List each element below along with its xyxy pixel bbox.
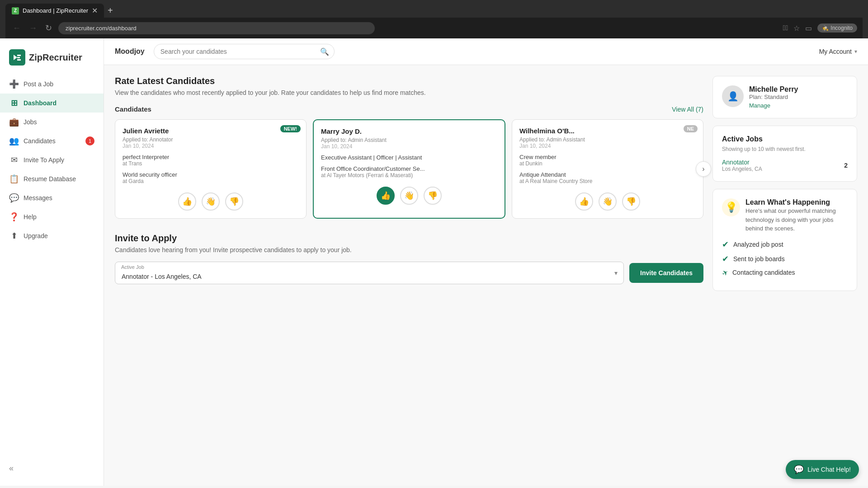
job-count: 2 xyxy=(844,162,848,169)
sidebar-item-candidates[interactable]: 👥 Candidates 1 xyxy=(0,131,104,150)
back-button[interactable]: ← xyxy=(11,22,23,35)
candidates-icon: 👥 xyxy=(9,136,19,146)
refresh-button[interactable]: ↻ xyxy=(43,21,54,35)
jobs-icon: 💼 xyxy=(9,117,19,127)
eye-slash-icon[interactable]: 👁̸ xyxy=(783,24,788,32)
sidebar-item-dashboard[interactable]: ⊞ Dashboard xyxy=(0,94,104,113)
rate-candidates-subtitle: View the candidates who most recently ap… xyxy=(115,89,703,96)
logo-svg xyxy=(12,52,23,63)
incognito-label: Incognito xyxy=(830,25,853,31)
like-button-1[interactable]: 👍 xyxy=(377,187,395,205)
candidate-name-2: Wilhelmina O'B... xyxy=(519,127,696,135)
dislike-button-1[interactable]: 👎 xyxy=(424,187,442,205)
job-location: Los Angeles, CA xyxy=(722,166,762,172)
job-info: Annotator Los Angeles, CA xyxy=(722,159,762,172)
star-icon[interactable]: ☆ xyxy=(793,24,800,33)
resume-icon: 📋 xyxy=(9,174,19,184)
candidates-header: Candidates View All (7) xyxy=(115,105,703,113)
maybe-button-0[interactable]: 👋 xyxy=(202,192,220,211)
my-account-button[interactable]: My Account ▾ xyxy=(819,48,857,55)
learn-item-2: ✈ Contacting candidates xyxy=(722,268,848,277)
search-input[interactable] xyxy=(154,44,335,59)
split-view-icon[interactable]: ▭ xyxy=(805,24,812,33)
dislike-button-2[interactable]: 👎 xyxy=(622,192,640,211)
maybe-button-2[interactable]: 👋 xyxy=(599,192,617,211)
view-all-link[interactable]: View All (7) xyxy=(672,106,703,113)
active-job-select[interactable]: Annotator - Los Angeles, CA xyxy=(115,262,624,284)
live-chat-label: Live Chat Help! xyxy=(807,466,851,473)
sidebar-item-upgrade[interactable]: ⬆ Upgrade xyxy=(0,226,104,245)
invite-candidates-button[interactable]: Invite Candidates xyxy=(629,263,703,283)
forward-button[interactable]: → xyxy=(27,22,39,35)
sidebar-item-resume-database[interactable]: 📋 Resume Database xyxy=(0,169,104,188)
job-list-item-0: Annotator Los Angeles, CA 2 xyxy=(722,159,848,172)
live-chat-button[interactable]: 💬 Live Chat Help! xyxy=(786,460,859,479)
active-jobs-title: Active Jobs xyxy=(722,135,848,143)
search-wrap: 🔍 xyxy=(154,44,335,59)
candidate-card-2: NE Wilhelmina O'B... Applied to: Admin A… xyxy=(512,119,703,219)
browser-bar: ← → ↻ 👁̸ ☆ ▭ 🕵 Incognito xyxy=(5,18,863,38)
card-actions-2: 👍 👋 👎 xyxy=(519,192,696,211)
candidates-cards-row: NEW! Julien Avriette Applied to: Annotat… xyxy=(115,119,703,219)
like-button-0[interactable]: 👍 xyxy=(178,192,196,211)
user-avatar: 👤 xyxy=(722,85,744,107)
sidebar-item-label: Resume Database xyxy=(24,175,76,183)
sidebar-item-label: Upgrade xyxy=(24,232,48,239)
help-icon: ❓ xyxy=(9,212,19,222)
learn-item-1: ✔ Sent to job boards xyxy=(722,254,848,264)
invite-controls: Active Job Annotator - Los Angeles, CA ▾… xyxy=(115,262,703,284)
rate-candidates-title: Rate Latest Candidates xyxy=(115,76,703,86)
applied-date-1: Jan 10, 2024 xyxy=(321,143,497,150)
post-a-job-icon: ➕ xyxy=(9,79,19,89)
sidebar-item-label: Help xyxy=(24,213,37,221)
send-icon-2: ✈ xyxy=(720,267,730,278)
invite-subtitle: Candidates love hearing from you! Invite… xyxy=(115,246,703,253)
ziprecruiter-logo-icon xyxy=(9,49,25,66)
active-jobs-subtitle: Showing up to 10 with newest first. xyxy=(722,146,848,152)
tab-close-button[interactable]: ✕ xyxy=(92,6,98,15)
applied-to-2: Applied to: Admin Assistant xyxy=(519,136,696,143)
next-candidates-button[interactable]: › xyxy=(696,161,711,177)
sidebar-item-help[interactable]: ❓ Help xyxy=(0,207,104,226)
dislike-button-0[interactable]: 👎 xyxy=(225,192,243,211)
messages-icon: 💬 xyxy=(9,193,19,203)
active-tab[interactable]: Z Dashboard | ZipRecruiter ✕ xyxy=(5,4,104,18)
invite-icon: ✉ xyxy=(9,155,19,165)
job-name-link[interactable]: Annotator xyxy=(722,159,750,166)
incognito-icon: 🕵 xyxy=(822,25,829,31)
sidebar-item-jobs[interactable]: 💼 Jobs xyxy=(0,113,104,131)
job2-company-0: at Garda xyxy=(123,178,299,184)
sidebar-item-label: Post a Job xyxy=(24,80,53,88)
chat-bubble-icon: 💬 xyxy=(794,465,804,474)
logo: ZipRecruiter xyxy=(9,49,94,66)
applied-to-1: Applied to: Admin Assistant xyxy=(321,137,497,143)
logo-wrap: ZipRecruiter xyxy=(0,46,104,75)
manage-link[interactable]: Manage xyxy=(749,102,798,109)
applied-to-0: Applied to: Annotator xyxy=(123,136,299,143)
content-right: 👤 Michelle Perry Plan: Standard Manage A… xyxy=(712,76,857,291)
tab-title: Dashboard | ZipRecruiter xyxy=(23,7,88,14)
sidebar-item-post-a-job[interactable]: ➕ Post a Job xyxy=(0,75,104,94)
maybe-button-1[interactable]: 👋 xyxy=(400,187,418,205)
job1-title-0: perfect Interpreter xyxy=(123,154,299,160)
address-bar[interactable] xyxy=(58,22,375,34)
user-info: 👤 Michelle Perry Plan: Standard Manage xyxy=(722,85,848,109)
like-button-2[interactable]: 👍 xyxy=(575,192,593,211)
learn-icon: 💡 xyxy=(722,198,740,216)
new-tab-button[interactable]: + xyxy=(104,4,117,18)
sidebar-collapse-button[interactable]: « xyxy=(0,458,104,479)
active-jobs-card: Active Jobs Showing up to 10 with newest… xyxy=(712,126,857,182)
job1-title-2: Crew member xyxy=(519,154,696,160)
invite-to-apply-section: Invite to Apply Candidates love hearing … xyxy=(115,233,703,284)
sidebar-item-invite-to-apply[interactable]: ✉ Invite To Apply xyxy=(0,150,104,169)
job2-title-2: Antique Attendant xyxy=(519,171,696,178)
upgrade-icon: ⬆ xyxy=(9,231,19,241)
tab-favicon: Z xyxy=(12,7,19,14)
user-name: Michelle Perry xyxy=(749,85,798,94)
sidebar-item-messages[interactable]: 💬 Messages xyxy=(0,188,104,207)
content-left: Rate Latest Candidates View the candidat… xyxy=(115,76,703,291)
sidebar-item-label: Jobs xyxy=(24,118,37,126)
candidate-name-0: Julien Avriette xyxy=(123,127,299,135)
new-badge-0: NEW! xyxy=(280,125,301,132)
company-name: Moodjoy xyxy=(115,47,145,56)
